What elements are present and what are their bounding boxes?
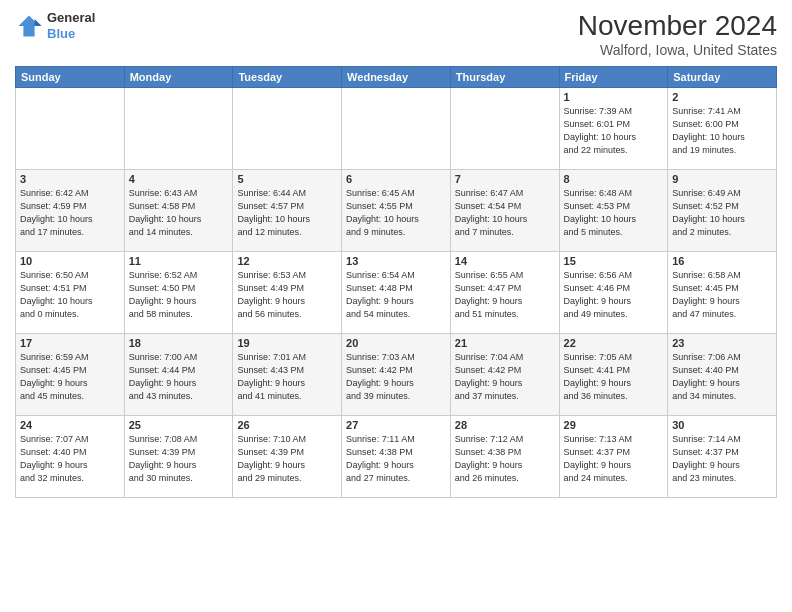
day-number: 23 — [672, 337, 772, 349]
day-info: Sunrise: 7:07 AM Sunset: 4:40 PM Dayligh… — [20, 433, 120, 485]
calendar-cell: 25Sunrise: 7:08 AM Sunset: 4:39 PM Dayli… — [124, 416, 233, 498]
calendar-header-friday: Friday — [559, 67, 668, 88]
day-number: 6 — [346, 173, 446, 185]
day-number: 26 — [237, 419, 337, 431]
calendar-cell: 11Sunrise: 6:52 AM Sunset: 4:50 PM Dayli… — [124, 252, 233, 334]
calendar-cell: 12Sunrise: 6:53 AM Sunset: 4:49 PM Dayli… — [233, 252, 342, 334]
calendar-cell: 8Sunrise: 6:48 AM Sunset: 4:53 PM Daylig… — [559, 170, 668, 252]
day-number: 24 — [20, 419, 120, 431]
day-info: Sunrise: 6:54 AM Sunset: 4:48 PM Dayligh… — [346, 269, 446, 321]
header: General Blue November 2024 Walford, Iowa… — [15, 10, 777, 58]
calendar-cell: 6Sunrise: 6:45 AM Sunset: 4:55 PM Daylig… — [342, 170, 451, 252]
calendar-table: SundayMondayTuesdayWednesdayThursdayFrid… — [15, 66, 777, 498]
calendar-header-monday: Monday — [124, 67, 233, 88]
day-number: 30 — [672, 419, 772, 431]
calendar-cell — [124, 88, 233, 170]
day-number: 8 — [564, 173, 664, 185]
logo-text: General Blue — [47, 10, 95, 41]
day-number: 17 — [20, 337, 120, 349]
day-number: 12 — [237, 255, 337, 267]
calendar-cell: 27Sunrise: 7:11 AM Sunset: 4:38 PM Dayli… — [342, 416, 451, 498]
day-info: Sunrise: 6:45 AM Sunset: 4:55 PM Dayligh… — [346, 187, 446, 239]
calendar-cell: 9Sunrise: 6:49 AM Sunset: 4:52 PM Daylig… — [668, 170, 777, 252]
day-info: Sunrise: 6:59 AM Sunset: 4:45 PM Dayligh… — [20, 351, 120, 403]
calendar-cell: 13Sunrise: 6:54 AM Sunset: 4:48 PM Dayli… — [342, 252, 451, 334]
day-number: 14 — [455, 255, 555, 267]
day-info: Sunrise: 6:44 AM Sunset: 4:57 PM Dayligh… — [237, 187, 337, 239]
calendar-cell: 18Sunrise: 7:00 AM Sunset: 4:44 PM Dayli… — [124, 334, 233, 416]
day-number: 22 — [564, 337, 664, 349]
day-info: Sunrise: 6:53 AM Sunset: 4:49 PM Dayligh… — [237, 269, 337, 321]
calendar-cell — [450, 88, 559, 170]
calendar-cell: 1Sunrise: 7:39 AM Sunset: 6:01 PM Daylig… — [559, 88, 668, 170]
calendar-cell: 2Sunrise: 7:41 AM Sunset: 6:00 PM Daylig… — [668, 88, 777, 170]
calendar-header-saturday: Saturday — [668, 67, 777, 88]
day-number: 20 — [346, 337, 446, 349]
calendar-cell: 5Sunrise: 6:44 AM Sunset: 4:57 PM Daylig… — [233, 170, 342, 252]
day-info: Sunrise: 7:08 AM Sunset: 4:39 PM Dayligh… — [129, 433, 229, 485]
svg-marker-1 — [35, 19, 42, 26]
day-info: Sunrise: 6:58 AM Sunset: 4:45 PM Dayligh… — [672, 269, 772, 321]
calendar-cell: 16Sunrise: 6:58 AM Sunset: 4:45 PM Dayli… — [668, 252, 777, 334]
calendar-header-row: SundayMondayTuesdayWednesdayThursdayFrid… — [16, 67, 777, 88]
calendar-header-wednesday: Wednesday — [342, 67, 451, 88]
calendar-cell: 26Sunrise: 7:10 AM Sunset: 4:39 PM Dayli… — [233, 416, 342, 498]
logo-line1: General — [47, 10, 95, 26]
calendar-cell: 29Sunrise: 7:13 AM Sunset: 4:37 PM Dayli… — [559, 416, 668, 498]
day-number: 29 — [564, 419, 664, 431]
day-number: 16 — [672, 255, 772, 267]
day-info: Sunrise: 6:47 AM Sunset: 4:54 PM Dayligh… — [455, 187, 555, 239]
logo-line2: Blue — [47, 26, 95, 42]
day-number: 2 — [672, 91, 772, 103]
day-number: 27 — [346, 419, 446, 431]
day-number: 28 — [455, 419, 555, 431]
calendar-cell: 21Sunrise: 7:04 AM Sunset: 4:42 PM Dayli… — [450, 334, 559, 416]
calendar-cell: 14Sunrise: 6:55 AM Sunset: 4:47 PM Dayli… — [450, 252, 559, 334]
day-number: 4 — [129, 173, 229, 185]
day-number: 3 — [20, 173, 120, 185]
day-info: Sunrise: 7:39 AM Sunset: 6:01 PM Dayligh… — [564, 105, 664, 157]
day-info: Sunrise: 6:50 AM Sunset: 4:51 PM Dayligh… — [20, 269, 120, 321]
day-info: Sunrise: 7:41 AM Sunset: 6:00 PM Dayligh… — [672, 105, 772, 157]
calendar-cell: 3Sunrise: 6:42 AM Sunset: 4:59 PM Daylig… — [16, 170, 125, 252]
calendar-cell: 24Sunrise: 7:07 AM Sunset: 4:40 PM Dayli… — [16, 416, 125, 498]
calendar-cell: 10Sunrise: 6:50 AM Sunset: 4:51 PM Dayli… — [16, 252, 125, 334]
month-title: November 2024 — [578, 10, 777, 42]
day-number: 7 — [455, 173, 555, 185]
day-number: 9 — [672, 173, 772, 185]
day-info: Sunrise: 6:56 AM Sunset: 4:46 PM Dayligh… — [564, 269, 664, 321]
calendar-cell: 28Sunrise: 7:12 AM Sunset: 4:38 PM Dayli… — [450, 416, 559, 498]
day-number: 11 — [129, 255, 229, 267]
day-number: 5 — [237, 173, 337, 185]
logo-icon — [15, 12, 43, 40]
day-number: 21 — [455, 337, 555, 349]
calendar-week-0: 1Sunrise: 7:39 AM Sunset: 6:01 PM Daylig… — [16, 88, 777, 170]
day-number: 10 — [20, 255, 120, 267]
calendar-cell: 15Sunrise: 6:56 AM Sunset: 4:46 PM Dayli… — [559, 252, 668, 334]
page: General Blue November 2024 Walford, Iowa… — [0, 0, 792, 612]
calendar-cell: 7Sunrise: 6:47 AM Sunset: 4:54 PM Daylig… — [450, 170, 559, 252]
day-info: Sunrise: 7:11 AM Sunset: 4:38 PM Dayligh… — [346, 433, 446, 485]
calendar-cell: 19Sunrise: 7:01 AM Sunset: 4:43 PM Dayli… — [233, 334, 342, 416]
day-info: Sunrise: 7:10 AM Sunset: 4:39 PM Dayligh… — [237, 433, 337, 485]
day-number: 25 — [129, 419, 229, 431]
day-info: Sunrise: 7:12 AM Sunset: 4:38 PM Dayligh… — [455, 433, 555, 485]
calendar-header-tuesday: Tuesday — [233, 67, 342, 88]
calendar-week-2: 10Sunrise: 6:50 AM Sunset: 4:51 PM Dayli… — [16, 252, 777, 334]
day-number: 15 — [564, 255, 664, 267]
day-info: Sunrise: 7:00 AM Sunset: 4:44 PM Dayligh… — [129, 351, 229, 403]
calendar-cell: 20Sunrise: 7:03 AM Sunset: 4:42 PM Dayli… — [342, 334, 451, 416]
day-info: Sunrise: 7:05 AM Sunset: 4:41 PM Dayligh… — [564, 351, 664, 403]
calendar-cell: 17Sunrise: 6:59 AM Sunset: 4:45 PM Dayli… — [16, 334, 125, 416]
day-info: Sunrise: 7:14 AM Sunset: 4:37 PM Dayligh… — [672, 433, 772, 485]
day-info: Sunrise: 7:13 AM Sunset: 4:37 PM Dayligh… — [564, 433, 664, 485]
location: Walford, Iowa, United States — [578, 42, 777, 58]
calendar-cell — [16, 88, 125, 170]
calendar-cell: 4Sunrise: 6:43 AM Sunset: 4:58 PM Daylig… — [124, 170, 233, 252]
calendar-cell — [342, 88, 451, 170]
calendar-cell: 30Sunrise: 7:14 AM Sunset: 4:37 PM Dayli… — [668, 416, 777, 498]
logo: General Blue — [15, 10, 95, 41]
calendar-cell: 23Sunrise: 7:06 AM Sunset: 4:40 PM Dayli… — [668, 334, 777, 416]
day-info: Sunrise: 6:48 AM Sunset: 4:53 PM Dayligh… — [564, 187, 664, 239]
calendar-cell: 22Sunrise: 7:05 AM Sunset: 4:41 PM Dayli… — [559, 334, 668, 416]
